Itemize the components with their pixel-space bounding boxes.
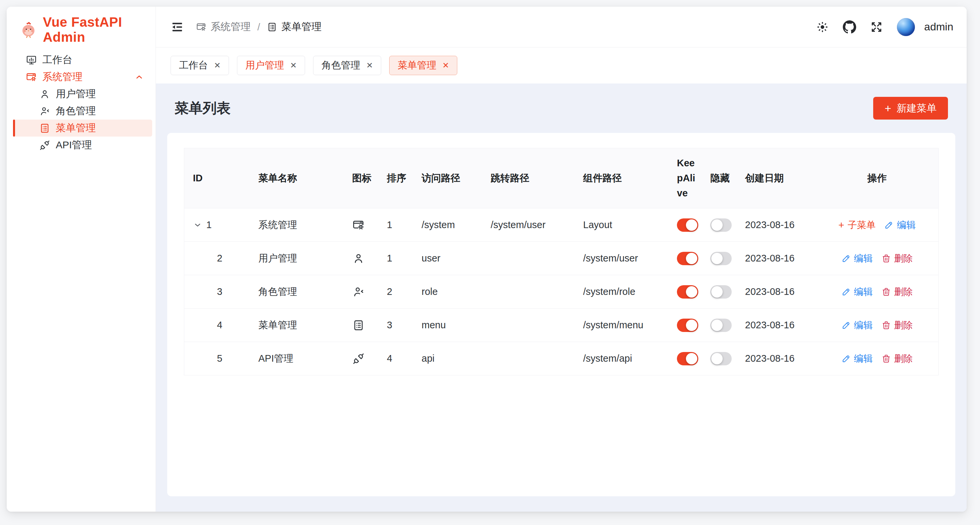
cell-keepalive: [668, 219, 702, 232]
delete-button[interactable]: 删除: [881, 352, 913, 365]
tab-users[interactable]: 用户管理 ✕: [237, 56, 305, 75]
col-redirect: 跳转路径: [482, 172, 574, 185]
cell-id: 3: [184, 286, 250, 297]
sidebar-item-label: 系统管理: [42, 70, 83, 84]
hidden-toggle[interactable]: [710, 285, 732, 298]
table-row: 1 系统管理 1 /system /system/user Layout 202…: [184, 208, 938, 242]
col-created: 创建日期: [737, 172, 818, 185]
cell-hidden: [702, 285, 737, 298]
tab-bar: 工作台 ✕ 用户管理 ✕ 角色管理 ✕ 菜单管理 ✕: [156, 48, 967, 83]
collapse-sidebar-button[interactable]: [170, 21, 184, 34]
cell-actions: 编辑 删除: [818, 319, 938, 332]
cell-order: 3: [378, 320, 413, 330]
hidden-toggle[interactable]: [710, 252, 732, 265]
cell-path: user: [413, 253, 482, 264]
edit-button[interactable]: 编辑: [884, 219, 916, 231]
plus-icon: +: [838, 220, 845, 230]
table-header-row: ID 菜单名称 图标 排序 访问路径 跳转路径 组件路径 KeepAlive 隐…: [184, 148, 938, 208]
hidden-toggle[interactable]: [710, 352, 732, 365]
header-actions: admin: [816, 18, 953, 36]
fullscreen-button[interactable]: [870, 21, 883, 34]
cell-order: 1: [378, 253, 413, 264]
tab-roles[interactable]: 角色管理 ✕: [313, 56, 381, 75]
cell-name: API管理: [250, 352, 344, 365]
monitor-icon: [26, 54, 37, 66]
breadcrumb-item-system[interactable]: 系统管理: [196, 20, 251, 34]
collapse-sidebar-icon: [170, 21, 184, 34]
content-header: 菜单列表 + 新建菜单: [167, 83, 955, 133]
table-row: 2 用户管理 1 user /system/user 2023-08-16: [184, 242, 938, 275]
tab-menus[interactable]: 菜单管理 ✕: [389, 56, 457, 75]
tab-label: 用户管理: [245, 59, 284, 72]
pencil-icon: [842, 254, 851, 263]
fullscreen-icon: [870, 21, 883, 34]
keepalive-toggle[interactable]: [677, 252, 698, 265]
plug-icon: [352, 352, 365, 365]
list-icon: [39, 123, 50, 134]
delete-button[interactable]: 删除: [881, 286, 913, 298]
tab-close-icon[interactable]: ✕: [366, 61, 373, 69]
avatar[interactable]: [897, 18, 915, 36]
cell-component: /system/menu: [574, 320, 668, 330]
cell-icon: [344, 286, 378, 298]
add-submenu-button[interactable]: + 子菜单: [838, 219, 876, 231]
new-menu-button[interactable]: + 新建菜单: [873, 97, 948, 120]
list-icon: [352, 319, 365, 332]
sidebar-item-system[interactable]: 系统管理: [13, 69, 152, 86]
sidebar-item-label: API管理: [56, 138, 92, 152]
edit-button[interactable]: 编辑: [842, 252, 873, 265]
trash-icon: [881, 254, 891, 263]
sidebar-item-roles[interactable]: 角色管理: [13, 102, 152, 120]
page-title: 菜单列表: [175, 99, 231, 118]
tab-close-icon[interactable]: ✕: [214, 61, 221, 69]
edit-button[interactable]: 编辑: [842, 286, 873, 298]
sidebar-nav: 工作台 系统管理 用户管理 角色管理 菜单管理: [13, 51, 152, 154]
sidebar-item-users[interactable]: 用户管理: [13, 86, 152, 102]
main-area: 系统管理 / 菜单管理: [156, 7, 967, 512]
col-order: 排序: [378, 172, 413, 185]
sidebar-item-workbench[interactable]: 工作台: [13, 51, 152, 69]
keepalive-toggle[interactable]: [677, 319, 698, 332]
edit-button[interactable]: 编辑: [842, 352, 873, 365]
cell-keepalive: [668, 352, 702, 365]
breadcrumb-item-menus[interactable]: 菜单管理: [267, 20, 321, 34]
collapse-row-icon[interactable]: [193, 220, 202, 230]
keepalive-toggle[interactable]: [677, 285, 698, 298]
tab-workbench[interactable]: 工作台 ✕: [170, 56, 229, 75]
edit-button[interactable]: 编辑: [842, 319, 873, 332]
tab-label: 工作台: [179, 59, 208, 72]
cell-id: 5: [184, 353, 250, 364]
tab-close-icon[interactable]: ✕: [290, 61, 297, 69]
cell-keepalive: [668, 285, 702, 298]
sidebar-item-menus[interactable]: 菜单管理: [13, 120, 152, 137]
window-gear-icon: [196, 22, 207, 32]
sidebar-item-api[interactable]: API管理: [13, 137, 152, 154]
github-button[interactable]: [843, 21, 856, 34]
theme-toggle-button[interactable]: [816, 21, 829, 34]
delete-button[interactable]: 删除: [881, 319, 913, 332]
chevron-up-icon: [134, 72, 145, 82]
cell-name: 菜单管理: [250, 319, 344, 332]
tab-label: 菜单管理: [398, 59, 436, 72]
list-icon: [267, 22, 277, 32]
cell-name: 用户管理: [250, 252, 344, 265]
breadcrumb-label: 菜单管理: [282, 20, 321, 34]
col-keepalive: KeepAlive: [668, 156, 702, 201]
tab-close-icon[interactable]: ✕: [442, 61, 449, 69]
hidden-toggle[interactable]: [710, 219, 732, 232]
col-path: 访问路径: [413, 172, 482, 185]
keepalive-toggle[interactable]: [677, 219, 698, 232]
delete-button[interactable]: 删除: [881, 252, 913, 265]
sidebar-item-label: 用户管理: [56, 87, 96, 101]
cell-created: 2023-08-16: [737, 219, 818, 230]
cell-actions: 编辑 删除: [818, 286, 938, 298]
person-icon: [352, 252, 365, 265]
content-area: 菜单列表 + 新建菜单 ID 菜单名称 图标 排序 访: [156, 83, 967, 512]
hidden-toggle[interactable]: [710, 319, 732, 332]
username[interactable]: admin: [924, 21, 953, 33]
keepalive-toggle[interactable]: [677, 352, 698, 365]
sidebar: Vue FastAPI Admin 工作台 系统管理 用户管理: [7, 7, 156, 512]
person-check-icon: [352, 286, 365, 298]
cell-actions: 编辑 删除: [818, 252, 938, 265]
window-gear-icon: [26, 72, 37, 83]
